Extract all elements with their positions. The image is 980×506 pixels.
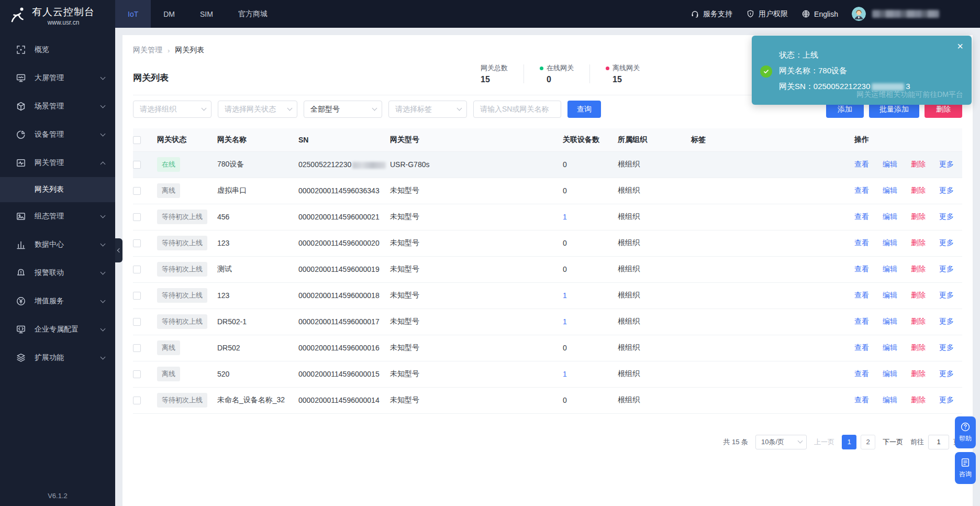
row-checkbox[interactable]: [133, 187, 141, 195]
delete-link[interactable]: 删除: [911, 343, 926, 353]
prev-page-button[interactable]: 上一页: [814, 437, 834, 447]
more-link[interactable]: 更多: [939, 291, 954, 300]
view-link[interactable]: 查看: [854, 160, 869, 169]
table-row: 等待初次上线DR502-100002000114596000017未知型号1根组…: [133, 309, 962, 335]
more-link[interactable]: 更多: [939, 212, 954, 222]
sidebar-item-hmi[interactable]: 组态管理: [0, 202, 115, 230]
device-count-link[interactable]: 1: [563, 291, 567, 300]
row-checkbox[interactable]: [133, 370, 141, 378]
more-link[interactable]: 更多: [939, 317, 954, 326]
topnav-tab-mall[interactable]: 官方商城: [226, 0, 280, 28]
breadcrumb-parent[interactable]: 网关管理: [133, 46, 162, 55]
view-link[interactable]: 查看: [854, 317, 869, 326]
view-link[interactable]: 查看: [854, 395, 869, 405]
view-link[interactable]: 查看: [854, 265, 869, 274]
sidebar-item-scene[interactable]: 场景管理: [0, 92, 115, 120]
page-number-1[interactable]: 1: [842, 435, 856, 449]
edit-link[interactable]: 编辑: [883, 369, 897, 379]
delete-link[interactable]: 删除: [911, 395, 926, 405]
delete-link[interactable]: 删除: [911, 186, 926, 195]
consult-float-button[interactable]: 咨询: [955, 452, 976, 484]
more-link[interactable]: 更多: [939, 186, 954, 195]
column-header: 操作: [854, 128, 962, 151]
delete-link[interactable]: 删除: [911, 238, 926, 248]
topnav-tab-iot[interactable]: IoT: [115, 0, 151, 28]
topnav-tab-sim[interactable]: SIM: [187, 0, 226, 28]
more-link[interactable]: 更多: [939, 395, 954, 405]
org-select[interactable]: 请选择组织: [133, 101, 211, 118]
sidebar-item-vas[interactable]: 增值服务: [0, 287, 115, 315]
actions-cell: 查看编辑删除更多: [854, 204, 962, 230]
gateway-name-cell: 520: [217, 361, 298, 387]
topbar-support[interactable]: 服务支持: [691, 9, 732, 19]
gateway-name-cell: 780设备: [217, 151, 298, 178]
device-count-link[interactable]: 1: [563, 317, 567, 326]
row-checkbox[interactable]: [133, 344, 141, 352]
row-checkbox[interactable]: [133, 213, 141, 221]
help-float-button[interactable]: 帮助: [955, 416, 976, 448]
sidebar-item-data[interactable]: 数据中心: [0, 230, 115, 259]
user-avatar[interactable]: [852, 7, 866, 21]
sn-search-input[interactable]: 请输入SN或网关名称: [473, 101, 561, 118]
tag-select[interactable]: 请选择标签: [388, 101, 467, 118]
sidebar-item-enterprise[interactable]: 企业专属配置: [0, 315, 115, 344]
edit-link[interactable]: 编辑: [883, 186, 897, 195]
more-link[interactable]: 更多: [939, 238, 954, 248]
topnav-tab-dm[interactable]: DM: [151, 0, 187, 28]
sidebar-item-alarm[interactable]: 报警联动: [0, 259, 115, 287]
page-number-2[interactable]: 2: [861, 435, 875, 449]
query-button[interactable]: 查询: [567, 101, 601, 118]
sidebar-item-screen[interactable]: 大屏管理: [0, 64, 115, 92]
select-all-checkbox[interactable]: [133, 136, 141, 144]
next-page-button[interactable]: 下一页: [883, 437, 903, 447]
more-link[interactable]: 更多: [939, 160, 954, 169]
delete-link[interactable]: 删除: [911, 317, 926, 326]
gateway-status-select[interactable]: 请选择网关状态: [218, 101, 297, 118]
edit-link[interactable]: 编辑: [883, 160, 897, 169]
sidebar-item-extension[interactable]: 扩展功能: [0, 344, 115, 372]
view-link[interactable]: 查看: [854, 291, 869, 300]
view-link[interactable]: 查看: [854, 369, 869, 379]
view-link[interactable]: 查看: [854, 212, 869, 222]
edit-link[interactable]: 编辑: [883, 238, 897, 248]
topbar-language[interactable]: English: [801, 9, 838, 18]
username-redacted[interactable]: [872, 10, 939, 18]
edit-link[interactable]: 编辑: [883, 212, 897, 222]
delete-link[interactable]: 删除: [911, 212, 926, 222]
close-icon[interactable]: ×: [957, 41, 963, 51]
view-link[interactable]: 查看: [854, 343, 869, 353]
edit-link[interactable]: 编辑: [883, 265, 897, 274]
view-link[interactable]: 查看: [854, 186, 869, 195]
row-checkbox[interactable]: [133, 292, 141, 300]
device-count-link[interactable]: 1: [563, 213, 567, 221]
row-checkbox[interactable]: [133, 239, 141, 247]
edit-link[interactable]: 编辑: [883, 317, 897, 326]
sidebar-item-gateway[interactable]: 网关管理: [0, 149, 115, 177]
sidebar-subitem-gateway-list[interactable]: 网关列表: [0, 177, 115, 202]
gateway-name-cell: DR502: [217, 335, 298, 361]
sn-value: 00002000114596000014: [298, 396, 380, 404]
device-count-link[interactable]: 1: [563, 370, 567, 378]
delete-link[interactable]: 删除: [911, 160, 926, 169]
more-link[interactable]: 更多: [939, 265, 954, 274]
delete-link[interactable]: 删除: [911, 265, 926, 274]
delete-link[interactable]: 删除: [911, 291, 926, 300]
sidebar-collapse-handle[interactable]: [115, 238, 122, 262]
row-checkbox[interactable]: [133, 266, 141, 273]
more-link[interactable]: 更多: [939, 369, 954, 379]
more-link[interactable]: 更多: [939, 343, 954, 353]
view-link[interactable]: 查看: [854, 238, 869, 248]
edit-link[interactable]: 编辑: [883, 395, 897, 405]
page-size-select[interactable]: 10条/页: [755, 435, 807, 449]
edit-link[interactable]: 编辑: [883, 291, 897, 300]
sidebar-item-overview[interactable]: 概览: [0, 36, 115, 64]
delete-link[interactable]: 删除: [911, 369, 926, 379]
edit-link[interactable]: 编辑: [883, 343, 897, 353]
row-checkbox[interactable]: [133, 161, 141, 169]
row-checkbox[interactable]: [133, 397, 141, 404]
sidebar-item-device[interactable]: 设备管理: [0, 120, 115, 149]
row-checkbox[interactable]: [133, 318, 141, 326]
model-select[interactable]: 全部型号: [304, 101, 382, 118]
goto-page-input[interactable]: 1: [928, 435, 949, 449]
topbar-permission[interactable]: 用户权限: [746, 9, 788, 19]
